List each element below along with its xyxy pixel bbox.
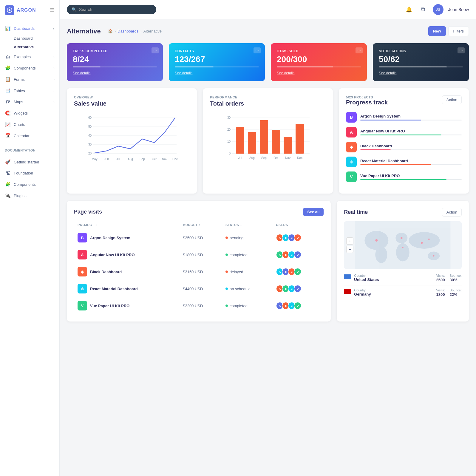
map-zoom-out-button[interactable]: − bbox=[346, 246, 353, 253]
col-users: USERS bbox=[272, 221, 324, 229]
sidebar-item-doc-components[interactable]: 🧩 Components bbox=[0, 179, 59, 190]
sidebar-item-charts[interactable]: 📈 Charts bbox=[0, 119, 59, 130]
duplicate-icon[interactable]: ⧉ bbox=[418, 5, 428, 14]
td-project: B Argon Design System bbox=[74, 229, 179, 246]
svg-text:40: 40 bbox=[88, 134, 92, 137]
realtime-title: Real time bbox=[344, 209, 368, 215]
td-budget: $2500 USD bbox=[179, 229, 222, 246]
search-bar[interactable]: 🔍 bbox=[67, 5, 156, 14]
visits-col-1: Visits: 1800 bbox=[436, 288, 445, 297]
svg-point-43 bbox=[396, 243, 409, 262]
stat-link-3[interactable]: See details bbox=[379, 71, 396, 75]
svg-text:Jul: Jul bbox=[238, 156, 242, 160]
svg-point-46 bbox=[375, 239, 378, 242]
sidebar-item-foundation[interactable]: 🏗 Foundation bbox=[0, 168, 59, 179]
stats-row: ··· TASKS COMPLETED 8/24 See details ···… bbox=[67, 43, 469, 81]
dashboard-icon: 📊 bbox=[5, 26, 11, 31]
table-row: A Angular Now UI Kit PRO $1800 USD compl… bbox=[74, 246, 324, 263]
map-zoom-in-button[interactable]: + bbox=[346, 237, 353, 245]
chevron-right-icon3: › bbox=[53, 78, 55, 81]
svg-rect-30 bbox=[272, 130, 280, 154]
svg-text:20: 20 bbox=[88, 152, 92, 155]
sidebar-item-widgets[interactable]: 🧲 Widgets bbox=[0, 107, 59, 119]
sidebar-item-charts-label: Charts bbox=[14, 122, 25, 127]
sidebar-item-examples[interactable]: 🗂 Examples › bbox=[0, 51, 59, 62]
sidebar-item-maps[interactable]: 🗺 Maps › bbox=[0, 96, 59, 107]
status-dot bbox=[225, 305, 228, 307]
content-area: Alternative 🏠 › Dashboards › Alternative… bbox=[60, 19, 476, 476]
pt-bar-3 bbox=[360, 164, 462, 165]
stat-progress-fill-3 bbox=[379, 67, 447, 67]
sidebar-item-dashboards-label: Dashboards bbox=[14, 26, 35, 31]
see-all-button[interactable]: See all bbox=[303, 208, 324, 216]
sidebar-item-calendar[interactable]: 📅 Calendar bbox=[0, 130, 59, 141]
pt-bar-2 bbox=[360, 149, 462, 150]
realtime-card: Real time Action bbox=[337, 201, 469, 322]
svg-text:50: 50 bbox=[88, 125, 92, 128]
page-visits-card: Page visits See all PROJECT ↕ BUDGET ↕ S… bbox=[67, 201, 331, 322]
stat-value-0: 8/24 bbox=[73, 55, 157, 64]
sidebar-item-doc-components-label: Components bbox=[14, 182, 36, 187]
charts-icon: 📈 bbox=[5, 122, 11, 127]
avatar: JS bbox=[433, 4, 443, 15]
progress-track-item: ⚛ React Material Dashboard bbox=[346, 157, 462, 167]
svg-text:Dec: Dec bbox=[297, 156, 302, 160]
realtime-action-button[interactable]: Action bbox=[442, 208, 462, 217]
chevron-down-icon: ▾ bbox=[53, 27, 55, 30]
forms-icon: 📋 bbox=[5, 77, 11, 82]
pt-icon-3: ⚛ bbox=[346, 157, 357, 167]
hamburger-icon[interactable]: ☰ bbox=[50, 7, 55, 13]
notification-bell-icon[interactable]: 🔔 bbox=[404, 5, 414, 14]
breadcrumb-dashboards-link[interactable]: Dashboards bbox=[118, 29, 138, 33]
maps-icon: 🗺 bbox=[5, 99, 11, 104]
svg-point-51 bbox=[402, 247, 404, 248]
progress-track-items: B Argon Design System A Angular Now UI K… bbox=[346, 112, 462, 182]
status-text: completed bbox=[230, 253, 248, 257]
sidebar: ARGON ☰ 📊 Dashboards ▾ Dashboard Alterna… bbox=[0, 0, 60, 476]
page-visits-title: Page visits bbox=[74, 209, 102, 215]
table-row: V Vue Paper UI Kit PRO $2200 USD complet… bbox=[74, 297, 324, 314]
orders-chart-title: Total orders bbox=[210, 100, 326, 107]
stat-link-0[interactable]: See details bbox=[73, 71, 90, 75]
sidebar-subitem-dashboard[interactable]: Dashboard bbox=[0, 34, 59, 43]
sidebar-item-components[interactable]: 🧩 Components › bbox=[0, 62, 59, 74]
search-input[interactable] bbox=[79, 7, 152, 12]
filters-button[interactable]: Filters bbox=[448, 26, 469, 36]
new-button[interactable]: New bbox=[428, 26, 446, 36]
progress-track-item: A Angular Now UI Kit PRO bbox=[346, 127, 462, 137]
pt-bar-1 bbox=[360, 135, 462, 135]
svg-text:Oct: Oct bbox=[152, 157, 157, 161]
progress-track-item: B Argon Design System bbox=[346, 112, 462, 123]
sidebar-item-getting-started[interactable]: 🚀 Getting started bbox=[0, 156, 59, 168]
orders-chart-meta: PERFORMANCE bbox=[210, 95, 326, 99]
getting-started-icon: 🚀 bbox=[5, 159, 11, 165]
breadcrumb-home-icon[interactable]: 🏠 bbox=[108, 29, 113, 33]
progress-track-action-button[interactable]: Action bbox=[442, 95, 462, 104]
sidebar-item-dashboards[interactable]: 📊 Dashboards ▾ bbox=[0, 23, 59, 34]
project-name: Argon Design System bbox=[90, 236, 130, 240]
pt-info-2: Black Dashboard bbox=[360, 144, 462, 150]
td-project: ⚛ React Material Dashboard bbox=[74, 280, 179, 297]
stat-link-2[interactable]: See details bbox=[277, 71, 294, 75]
sidebar-item-tables[interactable]: 📑 Tables › bbox=[0, 85, 59, 96]
pt-info-0: Argon Design System bbox=[360, 114, 462, 120]
page-visits-table: PROJECT ↕ BUDGET ↕ STATUS ↕ USERS B Argo… bbox=[74, 221, 324, 314]
examples-icon: 🗂 bbox=[5, 54, 11, 59]
svg-rect-28 bbox=[248, 132, 256, 154]
sidebar-subitem-alternative[interactable]: Alternative bbox=[0, 43, 59, 51]
svg-rect-32 bbox=[296, 124, 304, 154]
sidebar-item-forms[interactable]: 📋 Forms › bbox=[0, 74, 59, 85]
user-avatar-mini: D bbox=[294, 268, 302, 276]
stat-label-0: TASKS COMPLETED bbox=[73, 49, 157, 53]
table-row: B Argon Design System $2500 USD pending … bbox=[74, 229, 324, 246]
country-row: Country: Germany Visits: 1800 Bounce: 22… bbox=[344, 288, 462, 300]
stat-link-1[interactable]: See details bbox=[175, 71, 192, 75]
status-dot bbox=[225, 237, 228, 239]
project-name: React Material Dashboard bbox=[90, 287, 138, 291]
status-text: delayed bbox=[230, 270, 243, 274]
country-info-0: Country: United States bbox=[354, 274, 433, 282]
chevron-right-icon4: › bbox=[53, 89, 55, 92]
sidebar-item-plugins[interactable]: 🔌 Plugins bbox=[0, 190, 59, 201]
td-project: V Vue Paper UI Kit PRO bbox=[74, 297, 179, 314]
page-title: Alternative bbox=[67, 27, 101, 35]
